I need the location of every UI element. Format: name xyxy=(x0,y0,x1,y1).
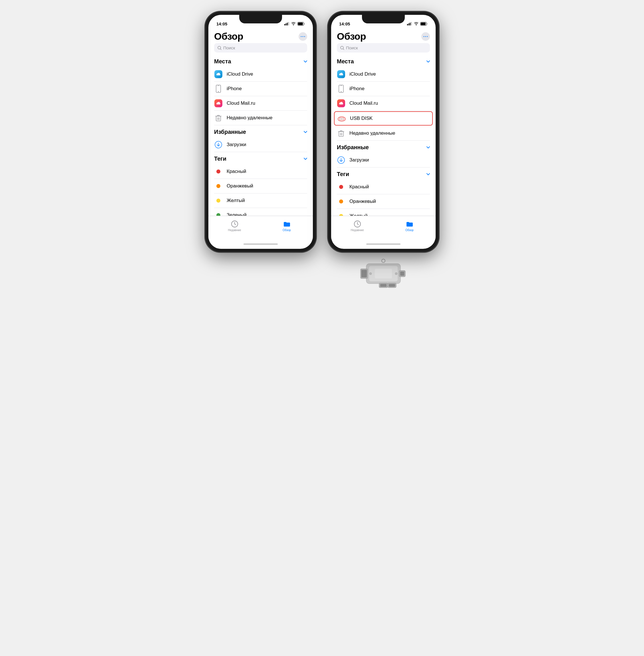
phone-right: 14:05 Обзор xyxy=(328,11,439,295)
svg-point-47 xyxy=(395,273,397,275)
chevron-places[interactable] xyxy=(427,61,430,63)
section-title-places: Места xyxy=(337,58,354,65)
svg-rect-3 xyxy=(288,22,289,25)
notch xyxy=(239,15,282,23)
tag-dot xyxy=(339,200,343,204)
svg-point-24 xyxy=(427,36,428,37)
usb-disk-icon xyxy=(338,114,346,122)
screen-content: Обзор Поиск Места iCloud Drive iPhone Cl… xyxy=(331,28,436,216)
search-placeholder: Поиск xyxy=(346,45,358,50)
list-item-yellow[interactable]: Желтый xyxy=(337,209,430,216)
tab-overview[interactable]: Обзор xyxy=(383,216,436,239)
list-item-yellow[interactable]: Желтый xyxy=(214,193,307,208)
chevron-favorites[interactable] xyxy=(427,146,430,149)
search-placeholder: Поиск xyxy=(223,45,235,50)
wifi-icon xyxy=(291,22,296,25)
section-title-places: Места xyxy=(214,58,231,65)
signal-icon xyxy=(284,22,290,25)
tab-recent[interactable]: Недавние xyxy=(331,216,383,239)
svg-point-46 xyxy=(369,273,372,275)
page-title: Обзор xyxy=(337,31,366,42)
cloudmail-icon xyxy=(337,99,345,107)
chevron-favorites[interactable] xyxy=(304,131,307,133)
svg-point-8 xyxy=(304,36,305,37)
section-header-places: Места xyxy=(214,57,307,67)
section-title-favorites: Избранные xyxy=(337,144,369,151)
list-item-iphone[interactable]: iPhone xyxy=(337,81,430,96)
item-label-icloud: iCloud Drive xyxy=(227,71,253,77)
chevron-places[interactable] xyxy=(304,61,307,63)
svg-rect-0 xyxy=(284,24,285,25)
item-label-deleted: Недавно удаленные xyxy=(227,115,272,121)
section-header-tags: Теги xyxy=(337,170,430,180)
trash-icon xyxy=(214,114,222,122)
svg-rect-38 xyxy=(361,270,367,277)
section-title-tags: Теги xyxy=(337,171,349,178)
home-bar xyxy=(244,243,278,245)
list-item-usbdisk[interactable]: USB DISK xyxy=(334,111,433,125)
list-item-orange[interactable]: Оранжевый xyxy=(214,179,307,193)
search-bar[interactable]: Поиск xyxy=(337,43,430,52)
chevron-tags[interactable] xyxy=(304,158,307,160)
list-item-red[interactable]: Красный xyxy=(337,180,430,194)
notch xyxy=(362,15,405,23)
svg-point-28 xyxy=(341,91,342,92)
svg-rect-40 xyxy=(400,272,404,276)
svg-rect-5 xyxy=(298,23,303,25)
wifi-icon xyxy=(414,22,418,25)
svg-point-6 xyxy=(301,36,302,37)
trash-icon xyxy=(337,129,345,137)
folder-icon xyxy=(283,220,291,228)
iphone-icon xyxy=(214,85,222,93)
section-title-tags: Теги xyxy=(214,156,226,162)
list-item-red[interactable]: Красный xyxy=(214,164,307,179)
tab-recent[interactable]: Недавние xyxy=(208,216,261,239)
tab-bar: Недавние Обзор xyxy=(331,216,436,239)
icloud-icon xyxy=(214,70,222,78)
list-item-icloud[interactable]: iCloud Drive xyxy=(337,67,430,81)
status-icons xyxy=(284,22,305,26)
downloads-icon xyxy=(214,141,222,149)
clock-icon xyxy=(354,220,361,228)
list-item-icloud[interactable]: iCloud Drive xyxy=(214,67,307,81)
svg-point-23 xyxy=(426,36,426,37)
svg-rect-18 xyxy=(410,23,411,26)
tab-overview[interactable]: Обзор xyxy=(261,216,313,239)
phones-container: 14:05 Обзор xyxy=(205,11,439,295)
cloudmail-icon xyxy=(214,99,222,107)
section-header-places: Места xyxy=(337,57,430,67)
list-item-deleted[interactable]: Недавно удаленные xyxy=(214,111,307,125)
svg-rect-2 xyxy=(287,23,288,26)
svg-point-45 xyxy=(382,259,385,262)
page-title: Обзор xyxy=(214,31,243,42)
tag-dot xyxy=(339,185,343,189)
item-label-red: Красный xyxy=(227,169,246,174)
tab-label-recent: Недавние xyxy=(228,229,241,232)
list-item-deleted[interactable]: Недавно удаленные xyxy=(337,126,430,141)
list-item-orange[interactable]: Оранжевый xyxy=(337,194,430,209)
svg-rect-11 xyxy=(218,86,219,86)
chevron-tags[interactable] xyxy=(427,173,430,175)
list-item-cloudmail[interactable]: Cloud Mail.ru xyxy=(214,96,307,111)
list-item-iphone[interactable]: iPhone xyxy=(214,81,307,96)
list-item-cloudmail[interactable]: Cloud Mail.ru xyxy=(337,96,430,111)
svg-rect-48 xyxy=(375,269,392,279)
more-button[interactable] xyxy=(299,32,307,41)
search-bar[interactable]: Поиск xyxy=(214,43,307,52)
item-label-green: Зеленый xyxy=(227,212,247,216)
item-label-cloudmail: Cloud Mail.ru xyxy=(349,100,378,106)
svg-rect-1 xyxy=(286,23,286,25)
item-label-red: Красный xyxy=(349,184,369,190)
item-label-downloads: Загрузки xyxy=(227,142,246,147)
header-row: Обзор xyxy=(214,28,307,43)
item-label-deleted: Недавно удаленные xyxy=(349,131,395,136)
svg-rect-21 xyxy=(421,23,426,25)
svg-rect-17 xyxy=(409,23,409,25)
more-button[interactable] xyxy=(421,32,430,41)
tag-dot xyxy=(216,169,221,173)
list-item-green[interactable]: Зеленый xyxy=(214,208,307,216)
svg-rect-31 xyxy=(341,118,343,120)
home-indicator xyxy=(208,239,313,249)
list-item-downloads[interactable]: Загрузки xyxy=(214,138,307,152)
list-item-downloads[interactable]: Загрузки xyxy=(337,153,430,167)
